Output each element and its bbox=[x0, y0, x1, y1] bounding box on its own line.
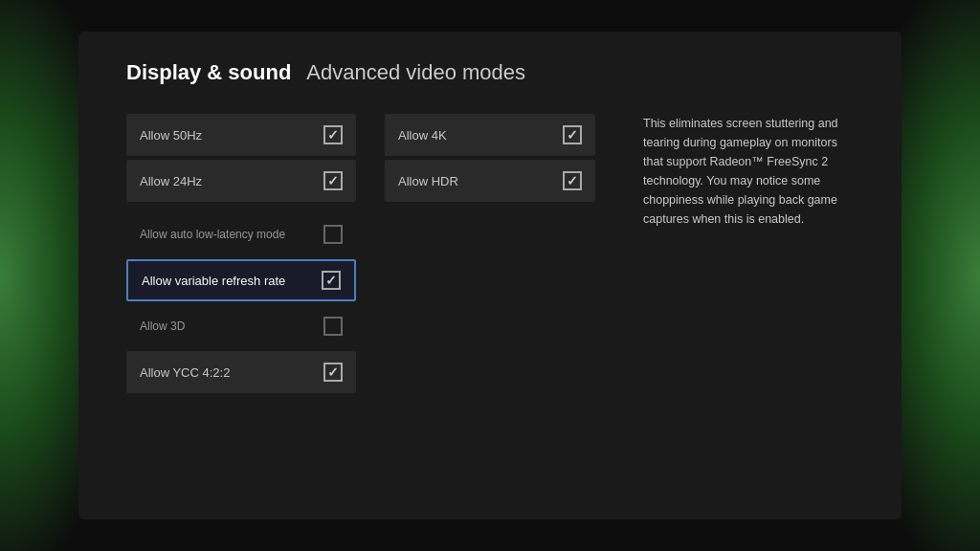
checkbox-allow-24hz[interactable] bbox=[323, 171, 343, 190]
page-title-section: Display & sound bbox=[126, 60, 291, 85]
background: Display & sound Advanced video modes All… bbox=[0, 0, 980, 551]
setting-label-allow-variable-refresh-rate: Allow variable refresh rate bbox=[142, 274, 285, 288]
setting-allow-hdr[interactable]: Allow HDR bbox=[385, 160, 595, 202]
left-column: Allow 50Hz Allow 24Hz Allow auto low-lat… bbox=[126, 114, 356, 397]
checkbox-allow-hdr[interactable] bbox=[563, 171, 582, 190]
setting-allow-24hz[interactable]: Allow 24Hz bbox=[126, 160, 356, 202]
page-header: Display & sound Advanced video modes bbox=[126, 60, 854, 85]
checkbox-allow-variable-refresh-rate[interactable] bbox=[322, 271, 341, 290]
setting-allow-4k[interactable]: Allow 4K bbox=[385, 114, 595, 156]
setting-label-allow-auto-low-latency: Allow auto low-latency mode bbox=[140, 228, 285, 241]
setting-allow-3d[interactable]: Allow 3D bbox=[126, 305, 356, 347]
checkbox-allow-3d[interactable] bbox=[323, 317, 343, 336]
middle-column: Allow 4K Allow HDR bbox=[385, 114, 595, 397]
checkbox-allow-ycc[interactable] bbox=[323, 363, 343, 382]
setting-label-allow-3d: Allow 3D bbox=[140, 320, 185, 333]
right-column: This eliminates screen stuttering and te… bbox=[624, 114, 854, 397]
setting-label-allow-4k: Allow 4K bbox=[398, 128, 447, 143]
setting-label-allow-ycc: Allow YCC 4:2:2 bbox=[140, 365, 230, 380]
checkbox-allow-4k[interactable] bbox=[563, 125, 582, 144]
checkbox-allow-auto-low-latency[interactable] bbox=[323, 225, 343, 244]
setting-allow-auto-low-latency[interactable]: Allow auto low-latency mode bbox=[126, 213, 356, 255]
setting-allow-50hz[interactable]: Allow 50Hz bbox=[126, 114, 356, 156]
screen: Display & sound Advanced video modes All… bbox=[78, 32, 902, 519]
content-area: Allow 50Hz Allow 24Hz Allow auto low-lat… bbox=[126, 114, 854, 397]
setting-allow-ycc[interactable]: Allow YCC 4:2:2 bbox=[126, 351, 356, 393]
checkbox-allow-50hz[interactable] bbox=[323, 125, 343, 144]
setting-label-allow-50hz: Allow 50Hz bbox=[140, 128, 202, 143]
page-title-page: Advanced video modes bbox=[306, 60, 525, 85]
description-text: This eliminates screen stuttering and te… bbox=[643, 114, 854, 229]
setting-allow-variable-refresh-rate[interactable]: Allow variable refresh rate bbox=[126, 259, 356, 301]
setting-label-allow-hdr: Allow HDR bbox=[398, 174, 458, 188]
setting-label-allow-24hz: Allow 24Hz bbox=[140, 174, 202, 188]
